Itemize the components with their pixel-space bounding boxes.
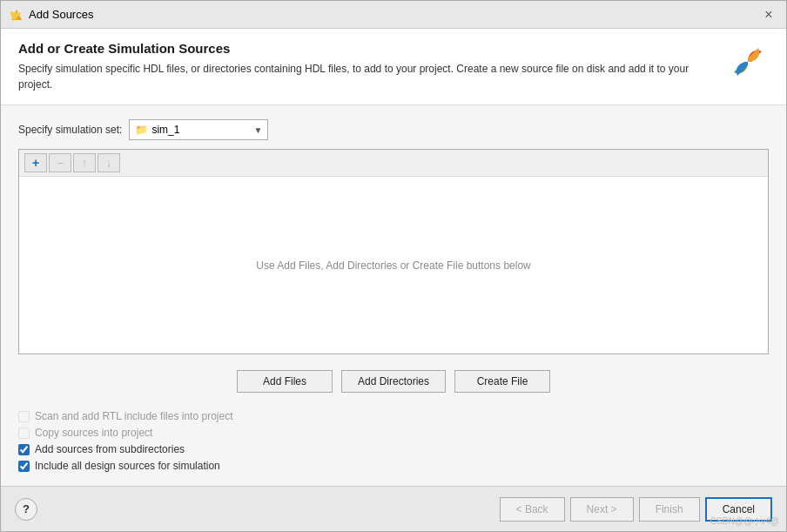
folder-icon: 📁 — [135, 124, 148, 136]
back-button[interactable]: < Back — [500, 497, 565, 522]
create-file-button[interactable]: Create File — [454, 370, 550, 393]
body-section: Specify simulation set: 📁 sim_1 ▼ + − ↑ … — [1, 105, 786, 486]
close-button[interactable]: × — [760, 6, 777, 24]
footer-left: ? — [15, 498, 37, 521]
remove-item-button[interactable]: − — [49, 153, 71, 172]
header-title: Add or Create Simulation Sources — [18, 41, 727, 56]
sim-set-value: sim_1 — [151, 124, 179, 136]
add-files-button[interactable]: Add Files — [237, 370, 333, 393]
header-section: Add or Create Simulation Sources Specify… — [1, 29, 786, 105]
move-up-button[interactable]: ↑ — [73, 153, 96, 172]
next-button[interactable]: Next > — [570, 497, 634, 522]
copy-sources-label: Copy sources into project — [35, 427, 152, 439]
move-down-button[interactable]: ↓ — [98, 153, 120, 172]
file-list-area: Use Add Files, Add Directories or Create… — [19, 177, 768, 354]
scan-rtl-label: Scan and add RTL include files into proj… — [35, 410, 232, 422]
logo-icon — [727, 41, 769, 83]
sim-set-dropdown[interactable]: 📁 sim_1 ▼ — [129, 119, 268, 140]
title-bar-left: Add Sources — [10, 8, 93, 22]
footer-section: ? < Back Next > Finish Cancel — [1, 486, 786, 531]
add-subdirs-row: Add sources from subdirectories — [18, 443, 769, 455]
file-list-container: + − ↑ ↓ Use Add Files, Add Directories o… — [18, 149, 769, 354]
include-design-checkbox[interactable] — [18, 461, 30, 472]
app-icon — [10, 8, 24, 22]
dialog: Add Sources × Add or Create Simulation S… — [0, 0, 787, 532]
add-subdirs-checkbox[interactable] — [18, 444, 30, 455]
header-content: Add or Create Simulation Sources Specify… — [18, 41, 727, 92]
sim-set-row: Specify simulation set: 📁 sim_1 ▼ — [18, 119, 769, 140]
copy-sources-checkbox[interactable] — [18, 428, 30, 439]
action-buttons-row: Add Files Add Directories Create File — [18, 363, 769, 396]
file-list-toolbar: + − ↑ ↓ — [19, 150, 768, 177]
include-design-row: Include all design sources for simulatio… — [18, 460, 769, 472]
include-design-label: Include all design sources for simulatio… — [35, 460, 220, 472]
finish-button[interactable]: Finish — [639, 497, 700, 522]
copy-sources-row: Copy sources into project — [18, 427, 769, 439]
add-directories-button[interactable]: Add Directories — [341, 370, 446, 393]
sim-set-label: Specify simulation set: — [18, 124, 122, 136]
header-description: Specify simulation specific HDL files, o… — [18, 61, 715, 92]
chevron-down-icon: ▼ — [253, 125, 262, 135]
help-button[interactable]: ? — [15, 498, 37, 521]
options-section: Scan and add RTL include files into proj… — [18, 405, 769, 472]
watermark: CSDN@@小v4@ — [710, 515, 779, 528]
add-item-button[interactable]: + — [24, 153, 47, 172]
scan-rtl-row: Scan and add RTL include files into proj… — [18, 410, 769, 422]
title-bar: Add Sources × — [1, 1, 786, 29]
scan-rtl-checkbox[interactable] — [18, 411, 30, 422]
add-subdirs-label: Add sources from subdirectories — [35, 443, 185, 455]
title-text: Add Sources — [29, 8, 93, 21]
file-list-empty-message: Use Add Files, Add Directories or Create… — [256, 259, 530, 272]
